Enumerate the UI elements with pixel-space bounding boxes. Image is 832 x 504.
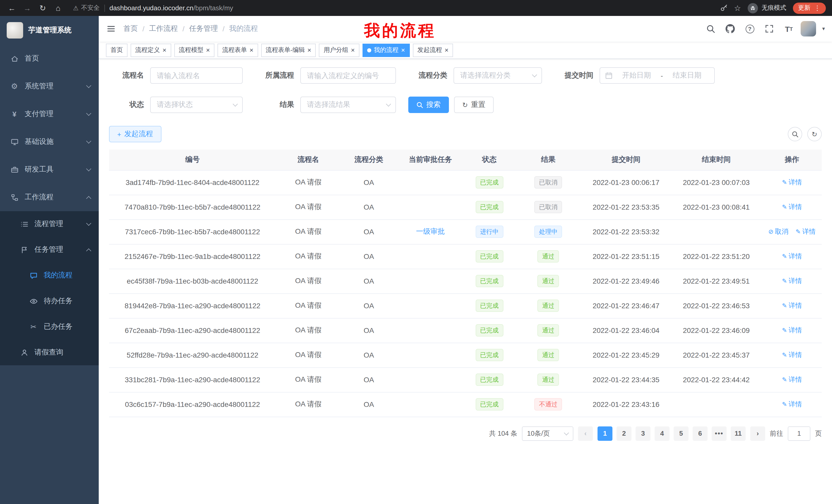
- tab-my-process[interactable]: 我的流程×: [363, 44, 410, 57]
- user-avatar[interactable]: [801, 21, 816, 36]
- toggle-search-button[interactable]: [788, 127, 802, 141]
- cancel-action[interactable]: ⊘取消: [768, 227, 788, 236]
- next-page-button[interactable]: ›: [750, 426, 765, 441]
- process-name-input[interactable]: [150, 67, 243, 84]
- sidebar-toggle-button[interactable]: [99, 16, 123, 41]
- detail-action[interactable]: ✎详情: [782, 252, 802, 261]
- tab-create-process[interactable]: 发起流程×: [413, 44, 453, 57]
- font-size-button[interactable]: TT: [781, 20, 797, 38]
- breadcrumb-task-mgmt[interactable]: 任务管理: [189, 24, 218, 33]
- sidebar-item-process-mgmt[interactable]: 流程管理: [0, 211, 99, 237]
- detail-action[interactable]: ✎详情: [796, 227, 815, 236]
- security-chip[interactable]: ⚠ 不安全: [73, 4, 100, 12]
- detail-action[interactable]: ✎详情: [782, 178, 802, 187]
- cell-actions: ✎详情: [762, 195, 822, 219]
- detail-action[interactable]: ✎详情: [782, 202, 802, 212]
- tab-process-form[interactable]: 流程表单×: [217, 44, 258, 57]
- goto-page-input[interactable]: [788, 426, 810, 441]
- sidebar-item-payment[interactable]: ¥支付管理: [0, 100, 99, 128]
- cell-end-time: 2022-01-23 00:07:03: [670, 170, 762, 195]
- reset-button[interactable]: ↻ 重置: [454, 96, 494, 113]
- cell-id: 331bc281-7b9a-11ec-a290-acde48001122: [109, 367, 276, 392]
- github-icon[interactable]: [723, 20, 738, 38]
- process-def-input[interactable]: [300, 67, 396, 84]
- close-icon[interactable]: ×: [250, 47, 253, 53]
- breadcrumb-workflow[interactable]: 工作流程: [149, 24, 178, 33]
- page-button-11[interactable]: 11: [731, 426, 746, 441]
- sidebar-item-home[interactable]: 首页: [0, 45, 99, 73]
- password-key-icon[interactable]: [720, 4, 727, 12]
- sidebar-item-leave-query[interactable]: 请假查询: [0, 340, 99, 365]
- browser-back-button[interactable]: ←: [5, 1, 19, 15]
- browser-home-button[interactable]: ⌂: [51, 1, 65, 15]
- page-button-1[interactable]: 1: [598, 426, 613, 441]
- fullscreen-button[interactable]: [761, 20, 777, 38]
- cell-current-task: [397, 367, 464, 392]
- page-size-select[interactable]: 10条/页: [522, 426, 573, 441]
- detail-action[interactable]: ✎详情: [782, 276, 802, 286]
- app-logo-row[interactable]: 芋道管理系统: [0, 16, 99, 45]
- result-tag: 通过: [538, 324, 559, 337]
- page-button-3[interactable]: 3: [635, 426, 650, 441]
- chevron-down-icon: [86, 166, 91, 171]
- cell-result: 通过: [515, 343, 582, 367]
- close-icon[interactable]: ×: [162, 47, 166, 53]
- detail-action[interactable]: ✎详情: [782, 375, 802, 384]
- sidebar-item-task-mgmt[interactable]: 任务管理: [0, 237, 99, 262]
- header-search-button[interactable]: [703, 20, 718, 38]
- status-select[interactable]: 请选择状态: [150, 96, 243, 113]
- help-icon[interactable]: ?: [742, 20, 757, 38]
- chevron-up-icon: [86, 196, 91, 201]
- cell-end-time: 2022-01-22 23:44:42: [670, 367, 762, 392]
- breadcrumb-home[interactable]: 首页: [123, 24, 138, 33]
- cell-result: 通过: [515, 293, 582, 318]
- browser-reload-button[interactable]: ↻: [36, 1, 49, 15]
- tab-home[interactable]: 首页: [106, 44, 128, 57]
- page-button-6[interactable]: 6: [693, 426, 707, 441]
- sidebar-item-dev-tools[interactable]: 研发工具: [0, 156, 99, 184]
- filter-result: 结果 请选择流结果: [255, 96, 396, 113]
- search-button[interactable]: 搜索: [408, 96, 449, 113]
- tab-process-definition[interactable]: 流程定义×: [131, 44, 171, 57]
- browser-menu-icon[interactable]: ⋮: [814, 4, 821, 12]
- sidebar-item-my-process[interactable]: 我的流程: [0, 262, 99, 288]
- detail-action[interactable]: ✎详情: [782, 400, 802, 409]
- chevron-down-icon[interactable]: ▼: [821, 26, 826, 31]
- browser-forward-button[interactable]: →: [21, 1, 34, 15]
- sidebar-item-system[interactable]: ⚙系统管理: [0, 73, 99, 100]
- refresh-button[interactable]: ↻: [807, 127, 822, 141]
- page-button-2[interactable]: 2: [617, 426, 631, 441]
- page-button-4[interactable]: 4: [655, 426, 670, 441]
- sidebar-item-todo-task[interactable]: 待办任务: [0, 288, 99, 314]
- close-icon[interactable]: ×: [308, 47, 311, 53]
- prev-page-button[interactable]: ‹: [578, 426, 593, 441]
- browser-update-button[interactable]: 更新 ⋮: [793, 2, 826, 13]
- cell-category: OA: [341, 244, 397, 269]
- cell-actions: ✎详情: [762, 269, 822, 293]
- close-icon[interactable]: ×: [445, 47, 448, 53]
- close-icon[interactable]: ×: [351, 47, 355, 53]
- bookmark-star-icon[interactable]: ☆: [734, 3, 741, 12]
- current-task-link[interactable]: 一级审批: [416, 227, 445, 235]
- page-button-5[interactable]: 5: [674, 426, 688, 441]
- cell-status: 已完成: [464, 195, 515, 219]
- edit-icon: ✎: [782, 327, 787, 334]
- tab-process-form-edit[interactable]: 流程表单-编辑×: [261, 44, 316, 57]
- result-select[interactable]: 请选择流结果: [300, 96, 396, 113]
- table-row: 331bc281-7b9a-11ec-a290-acde48001122OA 请…: [109, 367, 822, 392]
- create-process-button[interactable]: + 发起流程: [109, 126, 161, 142]
- detail-action[interactable]: ✎详情: [782, 301, 802, 310]
- tab-process-model[interactable]: 流程模型×: [174, 44, 214, 57]
- tab-user-group[interactable]: 用户分组×: [319, 44, 359, 57]
- address-bar[interactable]: ⚠ 不安全 dashboard.yudao.iocoder.cn/bpm/tas…: [73, 4, 718, 12]
- category-select[interactable]: 请选择流程分类: [453, 67, 542, 84]
- detail-action[interactable]: ✎详情: [782, 351, 802, 360]
- sidebar-item-workflow[interactable]: 工作流程: [0, 184, 99, 211]
- submit-time-range-picker[interactable]: 开始日期 - 结束日期: [600, 67, 715, 84]
- close-icon[interactable]: ×: [206, 47, 210, 53]
- detail-action[interactable]: ✎详情: [782, 326, 802, 335]
- sidebar-item-infrastructure[interactable]: 基础设施: [0, 128, 99, 156]
- pagination-ellipsis[interactable]: •••: [712, 426, 727, 441]
- sidebar-item-done-task[interactable]: ✂已办任务: [0, 314, 99, 340]
- close-icon[interactable]: ×: [401, 47, 405, 53]
